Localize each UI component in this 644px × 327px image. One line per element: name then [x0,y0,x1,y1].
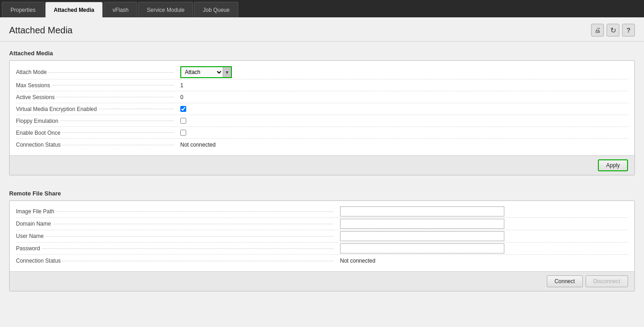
floppy-emulation-checkbox[interactable] [180,118,186,124]
tab-vflash[interactable]: vFlash [104,2,137,17]
vm-encryption-row: Virtual Media Encryption Enabled [16,103,628,115]
rfs-connection-status-row: Connection Status Not connected [16,255,628,267]
help-button[interactable]: ? [622,24,635,37]
floppy-emulation-label: Floppy Emulation [16,116,176,126]
user-name-label: User Name [16,231,335,241]
tab-job-queue[interactable]: Job Queue [194,2,238,17]
active-sessions-row: Active Sessions 0 [16,91,628,103]
floppy-emulation-label-text: Floppy Emulation [16,118,58,124]
enable-boot-once-checkbox[interactable] [180,130,186,136]
connection-status-value: Not connected [176,141,628,149]
connection-status-row: Connection Status Not connected [16,139,628,151]
connect-button[interactable]: Connect [547,275,583,287]
max-sessions-dots [52,85,174,85]
max-sessions-row: Max Sessions 1 [16,79,628,91]
vm-encryption-dots [99,109,174,109]
enable-boot-once-label-text: Enable Boot Once [16,130,60,136]
vm-encryption-value [176,105,628,113]
rfs-connection-status-label: Connection Status [16,256,335,266]
floppy-emulation-dots [60,121,174,121]
image-file-path-label-text: Image File Path [16,208,54,215]
image-file-path-dots [56,211,334,212]
enable-boot-once-dots [62,132,174,133]
attach-mode-label: Attach Mode [16,67,176,77]
attach-mode-row: Attach Mode Attach Detach Auto-Attach ▼ [16,65,628,79]
vm-encryption-label-text: Virtual Media Encryption Enabled [16,106,97,112]
image-file-path-value [335,206,628,217]
connection-status-label-text: Connection Status [16,142,61,148]
rfs-connection-status-label-text: Connection Status [16,258,61,264]
refresh-button[interactable]: ↻ [607,24,619,37]
attach-mode-value: Attach Detach Auto-Attach ▼ [176,65,628,79]
tab-properties-label: Properties [10,7,36,13]
active-sessions-label-text: Active Sessions [16,94,55,100]
floppy-emulation-value [176,117,628,125]
print-icon: 🖨 [594,26,601,34]
enable-boot-once-value [176,129,628,137]
active-sessions-label: Active Sessions [16,92,176,102]
attached-media-box: Attach Mode Attach Detach Auto-Attach ▼ [9,60,635,175]
tab-attached-media-label: Attached Media [54,7,94,13]
connection-status-label: Connection Status [16,140,176,150]
attached-media-section-title: Attached Media [9,50,635,57]
tab-service-module[interactable]: Service Module [138,2,194,17]
password-label-text: Password [16,245,40,252]
remote-file-share-form: Image File Path Domain Name [10,201,634,271]
remote-file-share-box: Image File Path Domain Name [9,200,635,291]
attach-mode-label-text: Attach Mode [16,69,47,75]
apply-button[interactable]: Apply [598,159,628,171]
help-icon: ? [627,26,631,34]
floppy-emulation-row: Floppy Emulation [16,115,628,127]
tab-job-queue-label: Job Queue [203,7,230,13]
remote-file-share-title: Remote File Share [9,190,635,197]
attached-media-section: Attached Media Attach Mode Attach Detach [0,42,644,175]
tab-bar: Properties Attached Media vFlash Service… [0,0,644,17]
disconnect-button[interactable]: Disconnect [586,275,628,287]
vm-encryption-checkbox[interactable] [180,106,186,112]
image-file-path-input[interactable] [340,206,504,216]
attached-media-form: Attach Mode Attach Detach Auto-Attach ▼ [10,61,634,155]
user-name-value [335,230,628,242]
attached-media-action-bar: Apply [10,155,634,175]
rfs-connection-status-value: Not connected [335,257,628,265]
max-sessions-label: Max Sessions [16,80,176,90]
vm-encryption-label: Virtual Media Encryption Enabled [16,104,176,114]
active-sessions-value: 0 [176,93,628,101]
rfs-action-bar: Connect Disconnect [10,271,634,291]
tab-attached-media[interactable]: Attached Media [45,2,103,17]
attach-mode-select[interactable]: Attach Detach Auto-Attach [181,67,223,77]
print-button[interactable]: 🖨 [591,24,604,37]
password-input[interactable] [340,243,504,253]
user-name-dots [46,236,334,237]
user-name-row: User Name [16,230,628,243]
remote-file-share-section: Remote File Share Image File Path Do [0,182,644,291]
active-sessions-dots [57,97,174,97]
tab-vflash-label: vFlash [112,7,128,13]
refresh-icon: ↻ [610,26,616,35]
attach-mode-dots [48,72,174,73]
password-dots [42,248,334,249]
main-content: Attached Media 🖨 ↻ ? Attached Media Atta… [0,17,644,327]
enable-boot-once-label: Enable Boot Once [16,128,176,138]
tab-service-module-label: Service Module [147,7,185,13]
password-value [335,243,628,254]
max-sessions-label-text: Max Sessions [16,82,50,89]
domain-name-label-text: Domain Name [16,221,51,227]
image-file-path-row: Image File Path [16,206,628,218]
header-icons: 🖨 ↻ ? [591,24,635,37]
password-row: Password [16,243,628,255]
max-sessions-value: 1 [176,81,628,90]
rfs-connection-status-dots [63,261,334,261]
user-name-label-text: User Name [16,233,44,239]
domain-name-dots [53,224,334,224]
password-label: Password [16,243,335,253]
select-arrow-icon: ▼ [223,67,231,77]
domain-name-label: Domain Name [16,219,335,229]
domain-name-row: Domain Name [16,218,628,230]
image-file-path-label: Image File Path [16,206,335,216]
domain-name-input[interactable] [340,219,504,229]
tab-properties[interactable]: Properties [2,2,44,17]
connection-status-dots [63,145,174,145]
page-title: Attached Media [9,25,73,36]
user-name-input[interactable] [340,231,504,241]
